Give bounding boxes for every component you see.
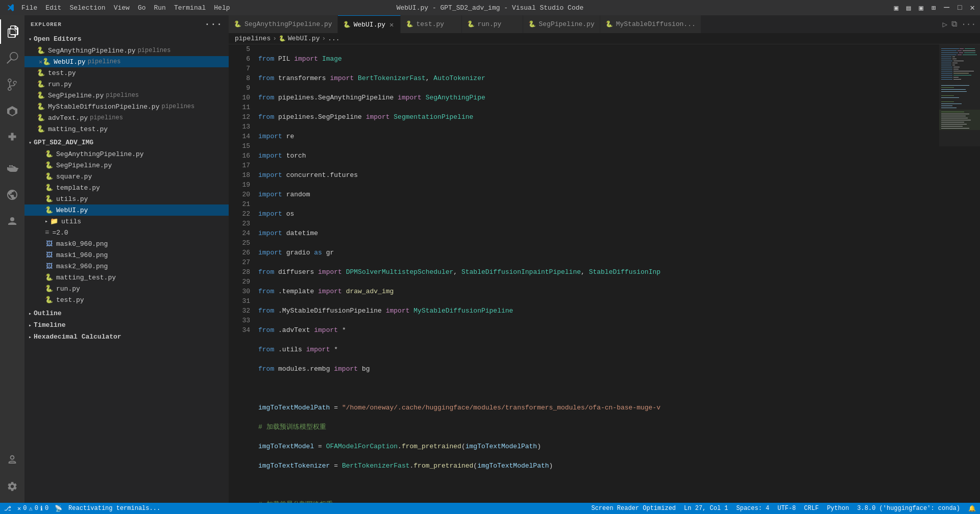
open-editor-seganything[interactable]: 🐍 SegAnythingPipeline.py pipelines — [24, 45, 229, 56]
py-icon-3: 🐍 — [45, 172, 53, 181]
project-seganything[interactable]: 🐍 SegAnythingPipeline.py — [24, 148, 229, 160]
notification-bell[interactable]: 🔔 — [968, 505, 976, 512]
position-item[interactable]: Ln 27, Col 1 — [684, 505, 728, 512]
close-button[interactable]: ✕ — [970, 3, 975, 13]
spaces-item[interactable]: Spaces: 4 — [737, 505, 770, 512]
errors-item[interactable]: ✕ 0 ⚠ 0 ℹ 0 — [17, 505, 48, 512]
layout-icon-2[interactable]: ▤ — [906, 4, 911, 12]
menu-edit[interactable]: Edit — [45, 4, 61, 12]
activity-bar-docker[interactable] — [0, 156, 24, 181]
minimap — [939, 44, 980, 503]
menu-go[interactable]: Go — [138, 4, 146, 12]
activity-bar-search[interactable] — [0, 46, 24, 70]
line-num-14: 14 — [229, 132, 250, 141]
section-open-editors[interactable]: ▾ Open Editors — [24, 33, 229, 45]
project-mask1[interactable]: 🖼 mask1_960.png — [24, 249, 229, 261]
project-mask0[interactable]: 🖼 mask0_960.png — [24, 238, 229, 249]
screen-reader-item[interactable]: Screen Reader Optimized — [591, 505, 676, 512]
open-editor-matting[interactable]: 🐍 matting_test.py — [24, 123, 229, 135]
open-editor-seganything-name: SegAnythingPipeline.py — [48, 47, 136, 55]
project-utils-py-name: utils.py — [56, 195, 88, 203]
line-ending-item[interactable]: CRLF — [804, 505, 819, 512]
minimize-button[interactable]: ─ — [944, 3, 949, 13]
menu-file[interactable]: File — [21, 4, 37, 12]
tab-mystable[interactable]: 🐍 MyStableDiffusion... — [600, 15, 701, 33]
encoding-item[interactable]: UTF-8 — [777, 505, 796, 512]
svg-rect-60 — [941, 120, 971, 120]
maximize-button[interactable]: □ — [958, 4, 962, 12]
close-icon-webui[interactable]: ✕ — [39, 58, 42, 66]
split-editor-icon[interactable]: ⧉ — [951, 19, 957, 29]
menu-terminal[interactable]: Terminal — [174, 4, 206, 12]
svg-rect-38 — [953, 73, 969, 73]
section-hexcalc[interactable]: ▸ Hexadecimal Calculator — [24, 331, 229, 343]
layout-icon-1[interactable]: ▣ — [894, 4, 898, 12]
open-editor-mystable[interactable]: 🐍 MyStableDiffusionPipeline.py pipelines — [24, 101, 229, 112]
tab-webui[interactable]: 🐍 WebUI.py ✕ — [338, 15, 401, 33]
menu-selection[interactable]: Selection — [69, 4, 105, 12]
open-editor-test[interactable]: 🐍 test.py — [24, 67, 229, 79]
section-project[interactable]: ▾ GPT_SD2_ADV_IMG — [24, 137, 229, 148]
activity-bar-item-6[interactable] — [0, 183, 24, 207]
layout-icon-4[interactable]: ⊞ — [932, 4, 936, 12]
svg-rect-19 — [958, 55, 962, 55]
python-version-item[interactable]: 3.8.0 ('huggingface': conda) — [857, 505, 960, 512]
breadcrumb-more[interactable]: ... — [328, 35, 339, 42]
line-ending-label: CRLF — [804, 505, 819, 512]
tab-segpipeline[interactable]: 🐍 SegPipeline.py — [523, 15, 600, 33]
menu-run[interactable]: Run — [154, 4, 165, 12]
section-outline[interactable]: ▸ Outline — [24, 307, 229, 319]
project-run[interactable]: 🐍 run.py — [24, 283, 229, 294]
status-text-item[interactable]: Reactivating terminals... — [68, 505, 160, 512]
tab-close-webui[interactable]: ✕ — [388, 19, 395, 30]
project-template[interactable]: 🐍 template.py — [24, 182, 229, 193]
broadcast-icon-item[interactable]: 📡 — [55, 505, 62, 512]
activity-bar-item-7[interactable] — [0, 209, 24, 234]
project-mask2[interactable]: 🖼 mask2_960.png — [24, 261, 229, 272]
encoding-label: UTF-8 — [777, 505, 796, 512]
open-editor-segpipeline[interactable]: 🐍 SegPipeline.py pipelines — [24, 90, 229, 101]
png-icon-1: 🖼 — [45, 240, 53, 248]
activity-bar-explorer[interactable] — [0, 19, 24, 44]
project-utils-py[interactable]: 🐍 utils.py — [24, 193, 229, 204]
line-numbers: 5 6 7 8 9 10 11 12 13 14 15 16 17 18 19 … — [229, 44, 254, 503]
open-editor-run[interactable]: 🐍 run.py — [24, 79, 229, 90]
open-editor-webui[interactable]: ✕ 🐍 WebUI.py pipelines — [24, 56, 229, 67]
run-icon[interactable]: ▷ — [943, 19, 948, 30]
tab-test[interactable]: 🐍 test.py — [401, 15, 462, 33]
git-icon-item[interactable]: ⎇ — [4, 505, 11, 512]
project-utils-folder[interactable]: ▸ 📁 utils — [24, 216, 229, 227]
open-editor-segpipeline-name: SegPipeline.py — [48, 92, 104, 99]
breadcrumb-pipelines[interactable]: pipelines — [235, 35, 271, 42]
tab-run[interactable]: 🐍 run.py — [462, 15, 523, 33]
activity-bar-extensions[interactable] — [0, 125, 24, 150]
code-editor[interactable]: from PIL import Image from transformers … — [254, 44, 939, 503]
sidebar-more-icon[interactable]: ··· — [205, 19, 223, 30]
svg-rect-15 — [941, 53, 958, 53]
chevron-timeline: ▸ — [29, 322, 32, 328]
menu-help[interactable]: Help — [214, 4, 230, 12]
project-matting-test[interactable]: 🐍 matting_test.py — [24, 272, 229, 283]
tab-seganything[interactable]: 🐍 SegAnythingPipeline.py — [229, 15, 338, 33]
activity-bar-accounts[interactable] — [0, 448, 24, 472]
breadcrumb-sep-1: › — [273, 35, 277, 42]
open-editor-advtext[interactable]: 🐍 advText.py pipelines — [24, 112, 229, 123]
project-segpipeline[interactable]: 🐍 SegPipeline.py — [24, 160, 229, 171]
project-webui[interactable]: 🐍 WebUI.py — [24, 204, 229, 216]
language-item[interactable]: Python — [827, 505, 849, 512]
section-timeline[interactable]: ▸ Timeline — [24, 319, 229, 331]
chevron-outline: ▸ — [29, 311, 32, 317]
breadcrumb-webui[interactable]: WebUI.py — [288, 35, 320, 42]
project-test[interactable]: 🐍 test.py — [24, 294, 229, 305]
activity-bar-run[interactable] — [0, 99, 24, 123]
activity-bar-source-control[interactable] — [0, 72, 24, 97]
activity-bar-settings[interactable] — [0, 474, 24, 499]
tab-webui-icon: 🐍 — [343, 21, 351, 29]
sidebar-content[interactable]: ▾ Open Editors 🐍 SegAnythingPipeline.py … — [24, 33, 229, 503]
project-equal[interactable]: ≡ =2.0 — [24, 227, 229, 238]
menu-view[interactable]: View — [114, 4, 130, 12]
project-square[interactable]: 🐍 square.py — [24, 171, 229, 182]
layout-icon-3[interactable]: ▣ — [919, 4, 923, 12]
more-actions-icon[interactable]: ··· — [961, 20, 976, 29]
svg-rect-35 — [941, 71, 952, 71]
